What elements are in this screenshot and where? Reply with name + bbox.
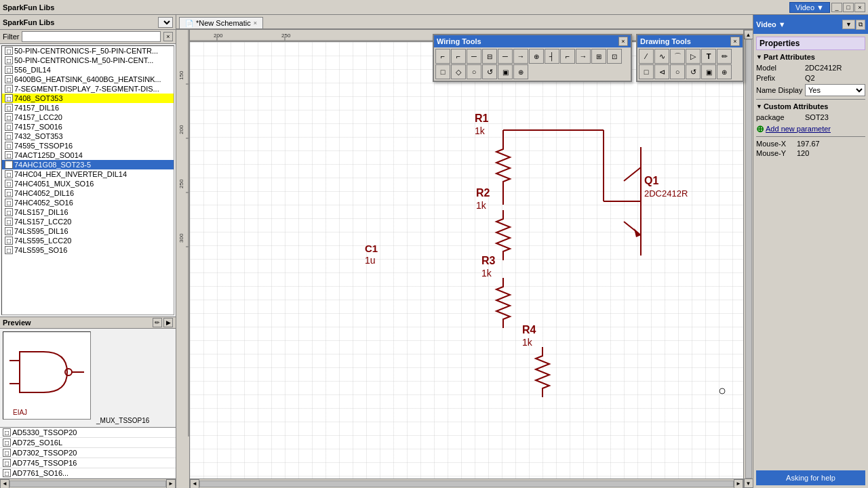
wt-btn-12[interactable]: ⊡ <box>607 49 622 64</box>
bottom-list-item-0[interactable]: □AD5330_TSSOP20 <box>0 428 176 438</box>
filter-close[interactable]: × <box>163 32 173 41</box>
sidebar-item-9[interactable]: □7432_SOT353 <box>2 131 174 141</box>
wt-btn-15[interactable]: ○ <box>467 64 481 79</box>
sidebar-item-20[interactable]: □74LS595_LCC20 <box>2 236 174 245</box>
r3-value: 1k <box>481 268 492 279</box>
wt-btn-16[interactable]: ↺ <box>482 64 497 79</box>
dt-btn-9[interactable]: ○ <box>670 64 685 79</box>
scroll-left-h-btn[interactable]: ◄ <box>190 479 199 489</box>
sidebar-dropdown[interactable] <box>158 17 173 28</box>
wt-btn-18[interactable]: ⊕ <box>513 64 528 79</box>
wt-btn-10[interactable]: → <box>576 49 591 64</box>
wiring-tools-title-bar[interactable]: Wiring Tools × <box>434 35 631 47</box>
dt-btn-7[interactable]: □ <box>639 64 654 79</box>
dt-btn-1[interactable]: ∕ <box>639 49 654 64</box>
bottom-list-item-4[interactable]: □AD7761_SO16... <box>0 468 176 479</box>
sidebar-item-2[interactable]: □556_DIL14 <box>2 65 174 75</box>
svg-point-0 <box>65 369 72 375</box>
drawing-tools-title-bar[interactable]: Drawing Tools × <box>637 35 743 47</box>
sidebar-item-8[interactable]: □74157_SO016 <box>2 122 174 131</box>
sidebar-item-14[interactable]: □74HC4051_MUX_SO16 <box>2 179 174 188</box>
wiring-tools-window: Wiring Tools × ⌐ ⌐ ─ ⊟ ─ → ⊕ ┤ ⌐ → ⊞ ⊡ □… <box>433 34 632 82</box>
sidebar-item-18[interactable]: □74LS157_LCC20 <box>2 217 174 226</box>
sidebar-item-21[interactable]: □74LS595_SO16 <box>2 245 174 255</box>
sidebar-item-15[interactable]: □74HC4052_DIL16 <box>2 188 174 198</box>
bottom-list-item-2[interactable]: □AD7302_TSSOP20 <box>0 448 176 458</box>
window-close[interactable]: × <box>854 3 865 12</box>
preview-edit-btn[interactable]: ✏ <box>153 318 162 327</box>
wiring-tools-close[interactable]: × <box>618 37 628 46</box>
sidebar-item-0[interactable]: □50-PIN-CENTRONICS-F_50-PIN-CENTR... <box>2 46 174 56</box>
bottom-list-item-1[interactable]: □AD725_SO16L <box>0 438 176 448</box>
sidebar-item-19[interactable]: □74LS595_DIL16 <box>2 226 174 236</box>
add-param-row[interactable]: ⊕ Add new parameter <box>756 124 865 134</box>
schematic-canvas[interactable]: R1 1k R2 1k <box>190 42 743 479</box>
help-button[interactable]: Asking for help <box>756 470 865 485</box>
sidebar-item-10[interactable]: □74595_TSSOP16 <box>2 141 174 150</box>
collapse-icon[interactable]: ▼ <box>756 54 762 60</box>
filter-input[interactable] <box>22 31 161 42</box>
name-display-select[interactable]: Yes No <box>805 84 865 96</box>
wt-btn-8[interactable]: ┤ <box>545 49 559 64</box>
sidebar-item-12[interactable]: □74AHC1G08_SOT23-5 <box>2 160 174 169</box>
tab-close-icon[interactable]: × <box>254 20 257 26</box>
r3-resistor <box>496 278 510 328</box>
wt-btn-14[interactable]: ◇ <box>451 64 466 79</box>
right-panel-dropdown[interactable]: ▼ <box>842 20 855 29</box>
sidebar-item-1[interactable]: □50-PIN-CENTRONICS-M_50-PIN-CENT... <box>2 56 174 65</box>
dt-btn-8[interactable]: ⊲ <box>654 64 669 79</box>
bottom-list-item-3[interactable]: □AD7745_TSSOP16 <box>0 458 176 468</box>
wt-btn-11[interactable]: ⊞ <box>591 49 606 64</box>
tab-new-schematic[interactable]: 📄 *New Schematic × <box>179 17 263 28</box>
sidebar-item-3[interactable]: □6400BG_HEATSINK_6400BG_HEATSINK... <box>2 75 174 84</box>
svg-point-34 <box>719 388 725 394</box>
custom-collapse-icon[interactable]: ▼ <box>756 103 762 110</box>
wt-btn-7[interactable]: ⊕ <box>529 49 544 64</box>
scroll-right-h-btn[interactable]: ► <box>734 479 743 489</box>
window-maximize[interactable]: □ <box>843 3 854 12</box>
scroll-right-btn[interactable]: ► <box>166 479 176 489</box>
tab-label: *New Schematic <box>196 19 251 27</box>
wt-btn-5[interactable]: ─ <box>498 49 513 64</box>
scroll-left-btn[interactable]: ◄ <box>0 479 9 489</box>
scroll-down-btn[interactable]: ▼ <box>744 479 753 488</box>
wt-btn-9[interactable]: ⌐ <box>560 49 575 64</box>
sidebar-item-7[interactable]: □74157_LCC20 <box>2 113 174 122</box>
sidebar-item-16[interactable]: □74HC4052_SO16 <box>2 198 174 207</box>
properties-title: Properties <box>756 37 865 50</box>
sidebar-item-17[interactable]: □74LS157_DIL16 <box>2 207 174 217</box>
wt-btn-2[interactable]: ⌐ <box>451 49 466 64</box>
dt-btn-5[interactable]: T <box>701 49 716 64</box>
dt-btn-6[interactable]: ✏ <box>717 49 732 64</box>
window-minimize[interactable]: _ <box>831 3 842 12</box>
right-panel-header: Video ▼ ▼ ⧉ <box>753 15 868 34</box>
drawing-tools-toolbar: ∕ ∿ ⌒ ▷ T ✏ □ ⊲ ○ ↺ ▣ ⊕ <box>637 47 743 81</box>
sidebar-item-13[interactable]: □74HC04_HEX_INVERTER_DIL14 <box>2 169 174 179</box>
dt-btn-2[interactable]: ∿ <box>654 49 669 64</box>
sidebar-item-6[interactable]: □74157_DIL16 <box>2 103 174 113</box>
wt-btn-4[interactable]: ⊟ <box>482 49 497 64</box>
wt-btn-3[interactable]: ─ <box>467 49 481 64</box>
mouse-y-value: 120 <box>797 149 809 157</box>
sidebar-item-11[interactable]: □74ACT125D_SO014 <box>2 150 174 160</box>
video-button[interactable]: Video ▼ <box>789 2 830 13</box>
right-panel-restore[interactable]: ⧉ <box>856 20 865 30</box>
wt-btn-1[interactable]: ⌐ <box>435 49 450 64</box>
preview-action-btn[interactable]: ▶ <box>163 318 173 327</box>
wt-btn-13[interactable]: □ <box>435 64 450 79</box>
dt-btn-11[interactable]: ▣ <box>701 64 716 79</box>
wt-btn-6[interactable]: → <box>513 49 528 64</box>
sidebar-item-5[interactable]: □7408_SOT353 <box>2 94 174 103</box>
scroll-up-btn[interactable]: ▲ <box>744 30 753 39</box>
dt-btn-3[interactable]: ⌒ <box>670 49 685 64</box>
sidebar-item-4[interactable]: □7-SEGMENT-DISPLAY_7-SEGMENT-DIS... <box>2 84 174 94</box>
dt-btn-12[interactable]: ⊕ <box>717 64 732 79</box>
wt-btn-17[interactable]: ▣ <box>498 64 513 79</box>
add-param-label[interactable]: Add new parameter <box>766 125 831 133</box>
dt-btn-10[interactable]: ↺ <box>686 64 701 79</box>
prefix-label: Prefix <box>756 74 804 82</box>
svg-text:150: 150 <box>178 70 184 80</box>
dt-btn-4[interactable]: ▷ <box>686 49 701 64</box>
r4-value: 1k <box>522 337 533 348</box>
drawing-tools-close[interactable]: × <box>730 37 740 46</box>
